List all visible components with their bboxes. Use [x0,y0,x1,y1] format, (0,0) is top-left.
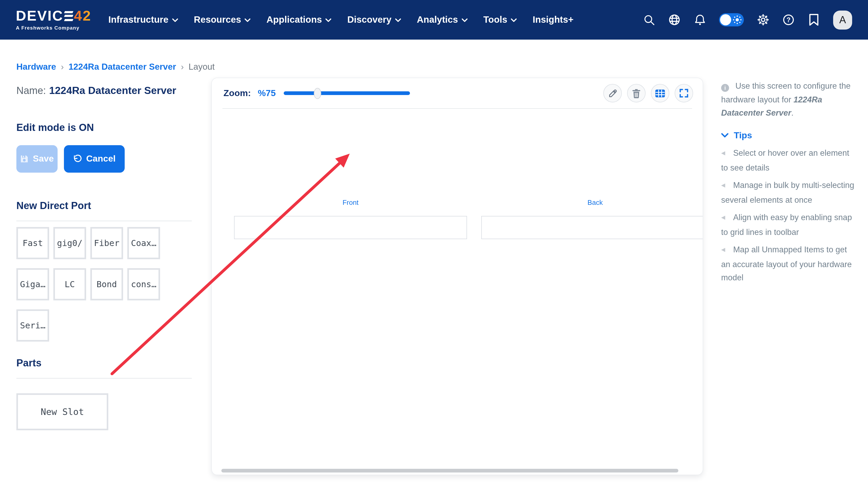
tips-toggle[interactable]: Tips [721,129,855,142]
front-panel-label: Front [234,198,467,206]
user-avatar[interactable]: A [833,10,852,29]
zoom-value: %75 [258,88,276,98]
toolbar-divider [222,108,692,109]
chevron-down-icon [172,19,178,22]
info-icon: i [721,84,729,92]
delete-button[interactable] [627,84,646,102]
globe-icon[interactable] [668,14,680,26]
svg-text:?: ? [786,16,790,24]
sun-icon [733,15,742,24]
triangle-left-icon: ◀ [721,247,725,252]
cancel-button[interactable]: Cancel [64,145,125,173]
logo-e-bars-icon [64,10,73,22]
device42-logo[interactable]: DEVIC42 A Freshworks Company [16,9,91,31]
chevron-down-icon [511,19,517,22]
port-item-lc[interactable]: LC [53,268,86,300]
main-nav: Infrastructure Resources Applications Di… [108,14,574,25]
tip-item: ◀Select or hover over an element to see … [721,146,855,174]
gear-icon[interactable] [757,14,769,26]
logo-wordmark: DEVIC42 [16,9,91,23]
tip-item: ◀Map all Unmapped Items to get an accura… [721,243,855,284]
triangle-left-icon: ◀ [721,150,725,156]
grid-icon [655,89,665,97]
triangle-left-icon: ◀ [721,214,725,220]
new-slot-item[interactable]: New Slot [17,393,108,430]
tip-item: ◀Manage in bulk by multi-selecting sever… [721,179,855,206]
pencil-icon [608,89,617,98]
chevron-down-icon [721,133,728,138]
bookmark-icon[interactable] [808,14,820,26]
device-name-row: Name:1224Ra Datacenter Server [17,85,192,97]
avatar-letter: A [839,14,846,26]
page: DEVIC42 A Freshworks Company Infrastruct… [0,0,868,482]
chevron-down-icon [326,19,332,22]
device-name-value: 1224Ra Datacenter Server [49,85,176,96]
breadcrumb-separator: › [61,62,64,72]
port-item-giga[interactable]: Giga… [17,268,49,300]
tips-list: ◀Select or hover over an element to see … [721,146,855,284]
zoom-slider[interactable] [284,91,410,95]
grid-toggle-button[interactable] [651,84,669,102]
nav-resources[interactable]: Resources [194,14,251,25]
port-item-gig0[interactable]: gig0/ [53,227,86,259]
new-direct-port-title: New Direct Port [17,200,192,212]
port-item-coax[interactable]: Coax… [127,227,160,259]
port-item-fiber[interactable]: Fiber [90,227,123,259]
help-icon[interactable]: ? [782,14,795,26]
canvas-tool-buttons [603,84,693,102]
fullscreen-button[interactable] [675,84,693,102]
canvas-toolbar: Zoom: %75 [212,78,703,108]
breadcrumb-hardware[interactable]: Hardware [17,62,56,72]
section-divider [17,221,192,221]
chevron-down-icon [245,19,251,22]
bell-icon[interactable] [694,14,706,26]
nav-tools[interactable]: Tools [484,14,517,25]
floppy-disk-icon [20,155,29,163]
save-button[interactable]: Save [17,145,58,173]
horizontal-scrollbar[interactable] [221,469,678,473]
fullscreen-icon [679,89,688,98]
toggle-knob [720,14,731,25]
front-panel-rect[interactable] [234,216,467,239]
help-sidebar: iUse this screen to configure the hardwa… [721,79,855,284]
back-panel-rect[interactable] [481,216,703,239]
port-item-fast[interactable]: Fast [17,227,49,259]
edit-mode-status: Edit mode is ON [17,122,192,134]
breadcrumb-layout: Layout [189,62,215,72]
section-divider [17,378,192,379]
triangle-left-icon: ◀ [721,182,725,188]
chevron-down-icon [462,19,468,22]
port-item-bond[interactable]: Bond [90,268,123,300]
breadcrumb-separator: › [181,62,184,72]
chevron-down-icon [395,19,401,22]
name-label: Name: [17,85,46,96]
edit-side-panel: Name:1224Ra Datacenter Server Edit mode … [17,85,192,430]
layout-canvas-card: Zoom: %75 Front Back [211,77,703,475]
edit-pencil-button[interactable] [603,84,622,102]
zoom-label: Zoom: [223,88,251,98]
nav-applications[interactable]: Applications [267,14,332,25]
trash-icon [632,89,641,98]
navbar-actions: ? A [643,10,852,29]
breadcrumb: Hardware › 1224Ra Datacenter Server › La… [17,62,215,72]
tip-item: ◀Align with easy by enabling snap to gri… [721,211,855,238]
edit-actions: Save Cancel [17,145,192,173]
screen-info-text: iUse this screen to configure the hardwa… [721,79,855,120]
back-panel-label: Back [481,198,703,206]
undo-icon [73,154,82,163]
top-navbar: DEVIC42 A Freshworks Company Infrastruct… [0,0,868,40]
nav-discovery[interactable]: Discovery [347,14,401,25]
nav-insights-plus[interactable]: Insights+ [532,14,574,25]
breadcrumb-device[interactable]: 1224Ra Datacenter Server [68,62,176,72]
port-item-cons[interactable]: cons… [127,268,160,300]
port-item-serial[interactable]: Seri… [17,309,49,342]
search-icon[interactable] [643,14,655,26]
zoom-slider-thumb[interactable] [314,88,321,99]
logo-subtitle: A Freshworks Company [16,25,91,31]
theme-toggle[interactable] [719,13,744,26]
port-palette: Fast gig0/ Fiber Coax… Giga… LC Bond con… [17,227,192,342]
nav-analytics[interactable]: Analytics [417,14,468,25]
parts-title: Parts [17,357,192,369]
nav-infrastructure[interactable]: Infrastructure [108,14,178,25]
